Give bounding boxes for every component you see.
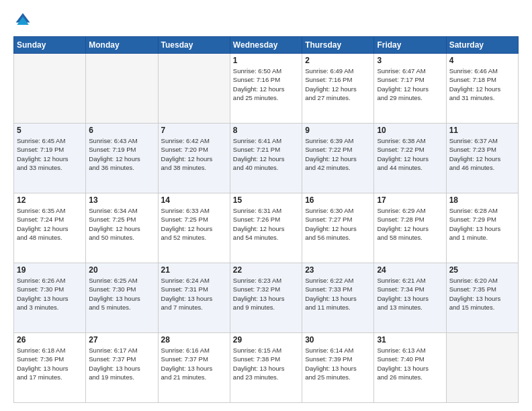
day-number: 19 <box>17 265 83 275</box>
day-info: Sunrise: 6:37 AM Sunset: 7:23 PM Dayligh… <box>449 136 515 172</box>
day-number: 4 <box>449 56 515 65</box>
day-info: Sunrise: 6:41 AM Sunset: 7:21 PM Dayligh… <box>233 136 299 172</box>
calendar-day-cell: 3Sunrise: 6:47 AM Sunset: 7:17 PM Daylig… <box>374 54 446 124</box>
day-number: 11 <box>449 126 515 135</box>
day-info: Sunrise: 6:42 AM Sunset: 7:20 PM Dayligh… <box>161 136 227 172</box>
day-info: Sunrise: 6:20 AM Sunset: 7:35 PM Dayligh… <box>449 276 515 312</box>
calendar-week-row: 19Sunrise: 6:26 AM Sunset: 7:30 PM Dayli… <box>14 263 519 333</box>
day-number: 16 <box>305 195 371 205</box>
calendar-day-cell: 19Sunrise: 6:26 AM Sunset: 7:30 PM Dayli… <box>14 263 86 333</box>
calendar-day-cell: 11Sunrise: 6:37 AM Sunset: 7:23 PM Dayli… <box>446 124 518 193</box>
calendar-day-cell: 26Sunrise: 6:18 AM Sunset: 7:36 PM Dayli… <box>14 333 86 403</box>
day-info: Sunrise: 6:22 AM Sunset: 7:33 PM Dayligh… <box>305 276 371 312</box>
day-info: Sunrise: 6:21 AM Sunset: 7:34 PM Dayligh… <box>377 276 443 312</box>
day-info: Sunrise: 6:17 AM Sunset: 7:37 PM Dayligh… <box>89 346 154 381</box>
calendar-day-cell: 4Sunrise: 6:46 AM Sunset: 7:18 PM Daylig… <box>446 54 518 124</box>
calendar-week-row: 26Sunrise: 6:18 AM Sunset: 7:36 PM Dayli… <box>14 333 519 403</box>
day-info: Sunrise: 6:47 AM Sunset: 7:17 PM Dayligh… <box>377 66 443 102</box>
col-header-thursday: Thursday <box>302 37 374 54</box>
day-number: 14 <box>161 195 227 205</box>
day-info: Sunrise: 6:46 AM Sunset: 7:18 PM Dayligh… <box>449 66 515 102</box>
calendar-day-cell <box>446 333 518 403</box>
day-number: 13 <box>89 195 154 205</box>
day-info: Sunrise: 6:25 AM Sunset: 7:30 PM Dayligh… <box>89 276 154 312</box>
calendar-day-cell: 23Sunrise: 6:22 AM Sunset: 7:33 PM Dayli… <box>302 263 374 333</box>
col-header-tuesday: Tuesday <box>158 37 230 54</box>
calendar-day-cell: 7Sunrise: 6:42 AM Sunset: 7:20 PM Daylig… <box>158 124 230 193</box>
calendar-day-cell: 2Sunrise: 6:49 AM Sunset: 7:16 PM Daylig… <box>302 54 374 124</box>
day-number: 12 <box>17 195 83 205</box>
day-number: 28 <box>161 335 227 345</box>
day-info: Sunrise: 6:45 AM Sunset: 7:19 PM Dayligh… <box>17 136 83 172</box>
day-info: Sunrise: 6:39 AM Sunset: 7:22 PM Dayligh… <box>305 136 371 172</box>
calendar-day-cell: 30Sunrise: 6:14 AM Sunset: 7:39 PM Dayli… <box>302 333 374 403</box>
day-number: 1 <box>233 56 299 65</box>
calendar-day-cell: 16Sunrise: 6:30 AM Sunset: 7:27 PM Dayli… <box>302 193 374 263</box>
day-number: 29 <box>233 335 299 345</box>
calendar-day-cell: 22Sunrise: 6:23 AM Sunset: 7:32 PM Dayli… <box>230 263 302 333</box>
col-header-wednesday: Wednesday <box>230 37 302 54</box>
calendar-day-cell <box>86 54 158 124</box>
day-info: Sunrise: 6:28 AM Sunset: 7:29 PM Dayligh… <box>449 206 515 242</box>
day-info: Sunrise: 6:18 AM Sunset: 7:36 PM Dayligh… <box>17 346 83 381</box>
day-info: Sunrise: 6:33 AM Sunset: 7:25 PM Dayligh… <box>161 206 227 242</box>
calendar-day-cell: 9Sunrise: 6:39 AM Sunset: 7:22 PM Daylig… <box>302 124 374 193</box>
calendar-day-cell <box>158 54 230 124</box>
calendar-day-cell: 21Sunrise: 6:24 AM Sunset: 7:31 PM Dayli… <box>158 263 230 333</box>
calendar-day-cell: 25Sunrise: 6:20 AM Sunset: 7:35 PM Dayli… <box>446 263 518 333</box>
day-number: 24 <box>377 265 443 275</box>
day-info: Sunrise: 6:31 AM Sunset: 7:26 PM Dayligh… <box>233 206 299 242</box>
calendar-day-cell: 12Sunrise: 6:35 AM Sunset: 7:24 PM Dayli… <box>14 193 86 263</box>
day-info: Sunrise: 6:29 AM Sunset: 7:28 PM Dayligh… <box>377 206 443 242</box>
calendar-day-cell <box>14 54 86 124</box>
day-info: Sunrise: 6:13 AM Sunset: 7:40 PM Dayligh… <box>377 346 443 381</box>
day-number: 10 <box>377 126 443 135</box>
calendar-day-cell: 5Sunrise: 6:45 AM Sunset: 7:19 PM Daylig… <box>14 124 86 193</box>
header <box>13 11 519 30</box>
day-number: 18 <box>449 195 515 205</box>
day-info: Sunrise: 6:49 AM Sunset: 7:16 PM Dayligh… <box>305 66 371 102</box>
logo <box>13 11 35 30</box>
calendar-day-cell: 24Sunrise: 6:21 AM Sunset: 7:34 PM Dayli… <box>374 263 446 333</box>
col-header-friday: Friday <box>374 37 446 54</box>
calendar-header-row: SundayMondayTuesdayWednesdayThursdayFrid… <box>14 37 519 54</box>
day-info: Sunrise: 6:14 AM Sunset: 7:39 PM Dayligh… <box>305 346 371 381</box>
day-number: 31 <box>377 335 443 345</box>
col-header-monday: Monday <box>86 37 158 54</box>
calendar-day-cell: 20Sunrise: 6:25 AM Sunset: 7:30 PM Dayli… <box>86 263 158 333</box>
calendar-day-cell: 27Sunrise: 6:17 AM Sunset: 7:37 PM Dayli… <box>86 333 158 403</box>
day-info: Sunrise: 6:50 AM Sunset: 7:16 PM Dayligh… <box>233 66 299 102</box>
day-info: Sunrise: 6:38 AM Sunset: 7:22 PM Dayligh… <box>377 136 443 172</box>
calendar-day-cell: 18Sunrise: 6:28 AM Sunset: 7:29 PM Dayli… <box>446 193 518 263</box>
calendar-week-row: 5Sunrise: 6:45 AM Sunset: 7:19 PM Daylig… <box>14 124 519 193</box>
day-number: 7 <box>161 126 227 135</box>
calendar-day-cell: 8Sunrise: 6:41 AM Sunset: 7:21 PM Daylig… <box>230 124 302 193</box>
day-number: 9 <box>305 126 371 135</box>
calendar-day-cell: 28Sunrise: 6:16 AM Sunset: 7:37 PM Dayli… <box>158 333 230 403</box>
day-number: 3 <box>377 56 443 65</box>
day-info: Sunrise: 6:34 AM Sunset: 7:25 PM Dayligh… <box>89 206 154 242</box>
day-number: 8 <box>233 126 299 135</box>
day-number: 25 <box>449 265 515 275</box>
day-number: 26 <box>17 335 83 345</box>
calendar-day-cell: 31Sunrise: 6:13 AM Sunset: 7:40 PM Dayli… <box>374 333 446 403</box>
page: SundayMondayTuesdayWednesdayThursdayFrid… <box>0 0 532 411</box>
calendar-day-cell: 13Sunrise: 6:34 AM Sunset: 7:25 PM Dayli… <box>86 193 158 263</box>
logo-icon <box>13 11 32 30</box>
calendar-day-cell: 10Sunrise: 6:38 AM Sunset: 7:22 PM Dayli… <box>374 124 446 193</box>
day-info: Sunrise: 6:24 AM Sunset: 7:31 PM Dayligh… <box>161 276 227 312</box>
day-info: Sunrise: 6:30 AM Sunset: 7:27 PM Dayligh… <box>305 206 371 242</box>
calendar-day-cell: 1Sunrise: 6:50 AM Sunset: 7:16 PM Daylig… <box>230 54 302 124</box>
day-info: Sunrise: 6:26 AM Sunset: 7:30 PM Dayligh… <box>17 276 83 312</box>
col-header-saturday: Saturday <box>446 37 518 54</box>
calendar-day-cell: 6Sunrise: 6:43 AM Sunset: 7:19 PM Daylig… <box>86 124 158 193</box>
calendar-week-row: 1Sunrise: 6:50 AM Sunset: 7:16 PM Daylig… <box>14 54 519 124</box>
calendar-table: SundayMondayTuesdayWednesdayThursdayFrid… <box>13 36 519 403</box>
day-number: 6 <box>89 126 154 135</box>
calendar-day-cell: 14Sunrise: 6:33 AM Sunset: 7:25 PM Dayli… <box>158 193 230 263</box>
calendar-day-cell: 29Sunrise: 6:15 AM Sunset: 7:38 PM Dayli… <box>230 333 302 403</box>
day-info: Sunrise: 6:43 AM Sunset: 7:19 PM Dayligh… <box>89 136 154 172</box>
col-header-sunday: Sunday <box>14 37 86 54</box>
day-info: Sunrise: 6:15 AM Sunset: 7:38 PM Dayligh… <box>233 346 299 381</box>
day-number: 30 <box>305 335 371 345</box>
